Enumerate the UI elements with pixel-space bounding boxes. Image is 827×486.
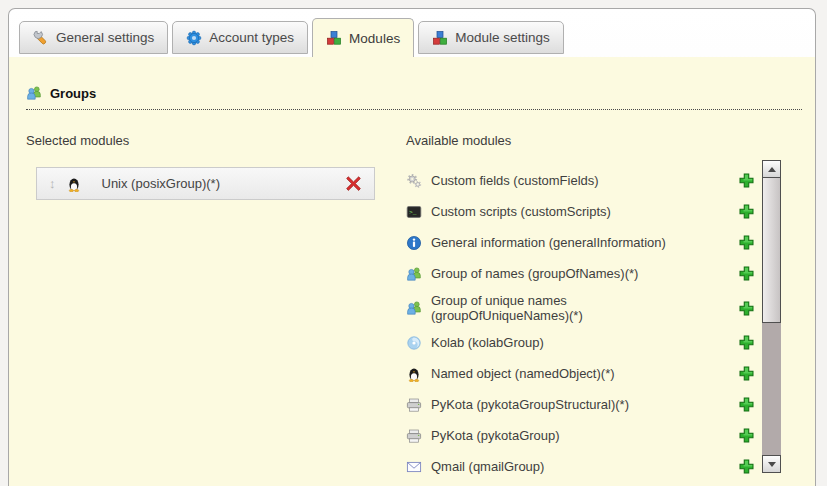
tab-module-settings[interactable]: Module settings [418,21,564,54]
modules-cubes-icon [432,30,448,46]
module-label: Named object (namedObject)(*) [431,366,707,381]
group-people-icon [26,85,42,101]
drag-handle-icon[interactable]: ↕ [49,177,56,190]
printer-icon [406,428,422,444]
modules-tab-content: Groups Selected modules Available module… [9,57,815,486]
tab-label: General settings [56,30,154,45]
available-modules-list: Custom fields (customFields) >_ Custom s… [406,169,755,486]
available-module-row: Qmail (qmailGroup) [406,455,755,478]
svg-text:>_: >_ [409,208,417,215]
selected-modules-heading: Selected modules [26,133,129,148]
group-people-icon [406,300,422,316]
add-module-icon[interactable] [738,300,755,317]
available-module-row: >_ Custom scripts (customScripts) [406,200,755,223]
module-label: Qmail (qmailGroup) [431,459,707,474]
wrench-icon [33,30,49,46]
triangle-up-icon [768,167,776,172]
info-icon [406,235,422,251]
tab-bar: General settings Account types [19,18,564,57]
printer-icon [406,397,422,413]
available-module-row: PyKota (pykotaGroupStructural)(*) [406,393,755,416]
available-module-row: PyKota (pykotaGroup) [406,424,755,447]
settings-window: General settings Account types [8,8,816,486]
module-label: General information (generalInformation) [431,235,707,250]
module-label: Kolab (kolabGroup) [431,335,707,350]
tab-account-types[interactable]: Account types [172,21,308,54]
scroll-up-button[interactable] [762,160,781,178]
module-label: Custom fields (customFields) [431,173,707,188]
tab-label: Modules [349,31,400,46]
available-modules-heading: Available modules [406,133,511,148]
tab-modules[interactable]: Modules [312,18,414,57]
groups-section-header: Groups [26,85,802,110]
selected-module-label: Unix (posixGroup)(*) [102,176,220,191]
scrollbar-track[interactable] [762,323,781,455]
gears-icon [406,173,422,189]
available-module-row: Group of unique names (groupOfUniqueName… [406,293,755,323]
add-module-icon[interactable] [738,334,755,351]
add-module-icon[interactable] [738,365,755,382]
module-label: Custom scripts (customScripts) [431,204,707,219]
available-modules-scrollbar[interactable] [762,160,781,473]
module-label: PyKota (pykotaGroup) [431,428,707,443]
section-title: Groups [50,86,96,101]
tux-icon [66,176,82,192]
group-people-icon [406,266,422,282]
selected-module-row[interactable]: ↕ Unix (posixGroup)(*) [36,167,375,200]
add-module-icon[interactable] [738,427,755,444]
add-module-icon[interactable] [738,203,755,220]
available-module-row: Group of names (groupOfNames)(*) [406,262,755,285]
add-module-icon[interactable] [738,265,755,282]
available-module-row: Kolab (kolabGroup) [406,331,755,354]
add-module-icon[interactable] [738,458,755,475]
tab-label: Module settings [455,30,550,45]
terminal-icon: >_ [406,204,422,220]
module-label: Group of unique names (groupOfUniqueName… [431,293,707,323]
scroll-down-button[interactable] [762,455,781,473]
scrollbar-thumb[interactable] [762,178,781,323]
available-module-row: Named object (namedObject)(*) [406,362,755,385]
tab-label: Account types [209,30,294,45]
available-module-row: Custom fields (customFields) [406,169,755,192]
module-label: PyKota (pykotaGroupStructural)(*) [431,397,707,412]
tux-icon [406,366,422,382]
kolab-icon [406,335,422,351]
available-module-row: General information (generalInformation) [406,231,755,254]
gear-badge-icon [186,30,202,46]
delete-module-icon[interactable] [345,175,362,192]
module-label: Group of names (groupOfNames)(*) [431,266,707,281]
add-module-icon[interactable] [738,234,755,251]
tab-general-settings[interactable]: General settings [19,21,168,54]
envelope-icon [406,459,422,475]
add-module-icon[interactable] [738,172,755,189]
modules-cubes-icon [326,30,342,46]
add-module-icon[interactable] [738,396,755,413]
triangle-down-icon [768,462,776,467]
